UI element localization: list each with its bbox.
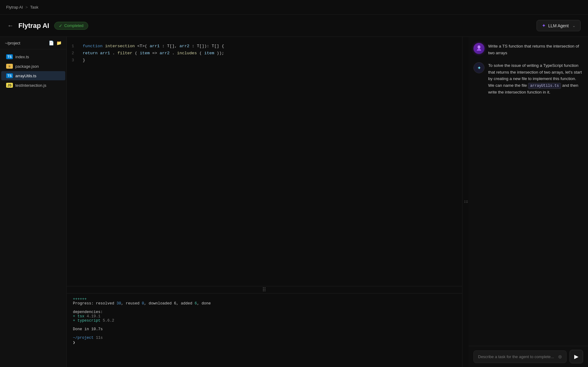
- new-file-icon[interactable]: 📄: [49, 40, 54, 45]
- resize-dots-icon: ⠿: [262, 286, 267, 293]
- resize-handle-vertical[interactable]: ⠿: [462, 37, 469, 367]
- file-item-arrayutils-ts[interactable]: TS arrayUtils.ts: [1, 71, 65, 80]
- llm-label: LLM Agent: [548, 23, 569, 28]
- send-icon: ▶: [574, 353, 579, 360]
- page-title: Flytrap AI: [18, 22, 49, 30]
- check-icon: ✓: [59, 23, 62, 28]
- llm-selector[interactable]: ✦ LLM Agent ⌄: [537, 20, 581, 31]
- new-folder-icon[interactable]: 📁: [56, 40, 62, 45]
- header: ← Flytrap AI ✓ Completed ✦ LLM Agent ⌄: [0, 15, 588, 37]
- attachment-icon[interactable]: ⊕: [558, 354, 562, 360]
- chat-input[interactable]: [478, 354, 556, 359]
- terminal-line: [73, 331, 456, 336]
- code-text: }: [83, 57, 85, 64]
- chevron-down-icon: ⌄: [572, 24, 575, 28]
- topbar-separator: >: [25, 5, 28, 10]
- file-list: TS index.ts ≡ package.json TS arrayUtils…: [0, 49, 66, 367]
- svg-point-0: [477, 45, 480, 49]
- code-text: return arr1 . filter ( item => arr2 . in…: [83, 50, 224, 57]
- header-left: ← Flytrap AI ✓ Completed: [7, 22, 88, 30]
- code-text: function intersection <T>( arr1 : T[], a…: [83, 43, 224, 50]
- file-item-index-ts[interactable]: TS index.ts: [1, 52, 65, 61]
- back-button[interactable]: ←: [7, 22, 13, 29]
- status-label: Completed: [64, 23, 84, 28]
- topbar-page: Task: [30, 5, 39, 10]
- llm-icon: ✦: [542, 23, 546, 29]
- file-name: index.ts: [15, 55, 29, 59]
- code-line-1: 1 function intersection <T>( arr1 : T[],…: [67, 43, 462, 50]
- chat-message-agent: ✦ To solve the issue of writing a TypeSc…: [473, 62, 583, 96]
- send-button[interactable]: ▶: [570, 350, 583, 363]
- vertical-dots-icon: ⠿: [463, 200, 469, 204]
- json-file-icon: ≡: [6, 64, 13, 69]
- terminal-line: + typescript 5.6.2: [73, 319, 456, 323]
- chat-message-user: Write a TS function that returns the int…: [473, 43, 583, 56]
- terminal-line: ❯: [73, 340, 456, 345]
- terminal-line: [73, 306, 456, 310]
- user-message-text: Write a TS function that returns the int…: [488, 43, 583, 56]
- project-name: ~/project: [5, 41, 20, 45]
- topbar-brand: Flytrap AI: [6, 5, 23, 10]
- line-number: 1: [72, 43, 83, 50]
- line-number: 2: [72, 50, 83, 57]
- terminal-line: dependencies:: [73, 310, 456, 314]
- chat-input-wrapper: ⊕: [473, 350, 567, 363]
- file-name: arrayUtils.ts: [15, 74, 36, 78]
- terminal[interactable]: ++++++ Progress: resolved 30, reused 0, …: [67, 293, 462, 367]
- code-line-3: 3 }: [67, 57, 462, 64]
- file-name: testIntersection.js: [15, 83, 46, 88]
- code-editor[interactable]: 1 function intersection <T>( arr1 : T[],…: [67, 37, 462, 286]
- sidebar-actions: 📄 📁: [49, 40, 62, 45]
- file-item-package-json[interactable]: ≡ package.json: [1, 62, 65, 71]
- file-name: package.json: [15, 64, 39, 69]
- chat-pane: Write a TS function that returns the int…: [469, 37, 588, 367]
- status-badge: ✓ Completed: [54, 22, 88, 30]
- code-line-2: 2 return arr1 . filter ( item => arr2 . …: [67, 50, 462, 57]
- chat-input-area: ⊕ ▶: [469, 346, 588, 367]
- line-number: 3: [72, 57, 83, 64]
- agent-avatar: ✦: [473, 62, 484, 73]
- terminal-line: ~/project 11s: [73, 336, 456, 340]
- agent-message-text: To solve the issue of writing a TypeScri…: [488, 62, 583, 96]
- ts-file-icon: TS: [6, 73, 13, 78]
- sidebar: ~/project 📄 📁 TS index.ts ≡ package.json…: [0, 37, 67, 367]
- agent-icon: ✦: [477, 65, 481, 71]
- sidebar-header: ~/project 📄 📁: [0, 37, 66, 49]
- user-avatar: [473, 43, 484, 54]
- chat-messages: Write a TS function that returns the int…: [469, 37, 588, 346]
- main-container: ~/project 📄 📁 TS index.ts ≡ package.json…: [0, 37, 588, 367]
- terminal-line: + tsx 4.19.1: [73, 314, 456, 319]
- terminal-line: Progress: resolved 30, reused 0, downloa…: [73, 301, 456, 306]
- resize-handle-horizontal[interactable]: ⠿: [67, 286, 462, 293]
- content-pane: 1 function intersection <T>( arr1 : T[],…: [67, 37, 462, 367]
- js-file-icon: JS: [6, 83, 13, 88]
- topbar: Flytrap AI > Task: [0, 0, 588, 15]
- terminal-line: [73, 323, 456, 327]
- file-item-test-intersection-js[interactable]: JS testIntersection.js: [1, 81, 65, 90]
- inline-code: arrayUtils.ts: [528, 83, 561, 89]
- terminal-line: Done in 10.7s: [73, 327, 456, 331]
- ts-file-icon: TS: [6, 54, 13, 59]
- terminal-line: ++++++: [73, 297, 456, 301]
